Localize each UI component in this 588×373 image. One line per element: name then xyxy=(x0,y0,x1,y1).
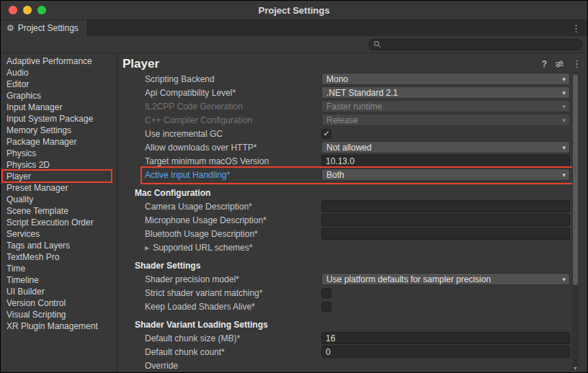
input-default-chunk-count[interactable] xyxy=(321,346,570,358)
dropdown-scripting-backend[interactable]: Mono▾ xyxy=(321,73,570,85)
sidebar-item-visual-scripting[interactable]: Visual Scripting xyxy=(1,309,117,320)
help-icon[interactable]: ? xyxy=(542,59,547,69)
settings-row-camera-usage-description: Camera Usage Description* xyxy=(117,199,576,213)
settings-row-microphone-usage-description: Microphone Usage Description* xyxy=(117,213,576,227)
search-field xyxy=(368,39,583,50)
settings-row-bluetooth-usage-description: Bluetooth Usage Description* xyxy=(117,227,576,241)
vertical-scrollbar[interactable]: ▼ xyxy=(572,73,579,370)
sidebar-item-input-manager[interactable]: Input Manager xyxy=(1,102,117,113)
settings-row-supported-url-schemes: ▶Supported URL schemes* xyxy=(117,241,576,254)
input-microphone-usage-description[interactable] xyxy=(321,214,570,226)
sidebar-item-script-execution-order[interactable]: Script Execution Order xyxy=(1,217,117,228)
chevron-down-icon: ▾ xyxy=(562,144,566,151)
input-target-minimum-macos-version[interactable] xyxy=(321,155,570,167)
window-title: Project Settings xyxy=(1,5,587,16)
tab-menu-kebab-icon[interactable]: ⋮ xyxy=(565,20,587,36)
sidebar-item-tags-and-layers[interactable]: Tags and Layers xyxy=(1,240,117,251)
sidebar-item-quality[interactable]: Quality xyxy=(1,194,117,205)
foldout-arrow-icon[interactable]: ▶ xyxy=(145,245,149,251)
sidebar-item-timeline[interactable]: Timeline xyxy=(1,274,117,286)
panel-menu-kebab-icon[interactable]: ⋮ xyxy=(572,58,582,69)
dropdown-value: .NET Standard 2.1 xyxy=(326,88,559,98)
search-icon xyxy=(373,40,381,48)
sidebar-item-player[interactable]: Player xyxy=(1,171,117,182)
close-window-button[interactable] xyxy=(9,6,17,14)
scrollbar-thumb[interactable] xyxy=(573,74,578,285)
row-value: .NET Standard 2.1▾ xyxy=(321,86,570,99)
settings-row-c-compiler-configuration: C++ Compiler ConfigurationRelease▾ xyxy=(117,113,576,127)
scroll-down-arrow-icon[interactable]: ▼ xyxy=(572,366,579,371)
settings-row-strict-shader-variant-matching: Strict shader variant matching* xyxy=(117,286,576,300)
row-label: Bluetooth Usage Description* xyxy=(145,229,321,239)
sidebar-item-version-control[interactable]: Version Control xyxy=(1,297,117,309)
search-toolbar xyxy=(1,36,587,53)
settings-row-active-input-handling: Active Input Handling*Both▾ xyxy=(117,168,576,181)
tab-label: Project Settings xyxy=(18,23,79,33)
row-value xyxy=(321,332,570,344)
settings-row-default-chunk-size-mb: Default chunk size (MB)* xyxy=(117,331,576,345)
sidebar-item-physics-2d[interactable]: Physics 2D xyxy=(1,159,117,171)
sidebar-item-graphics[interactable]: Graphics xyxy=(1,90,117,102)
row-value: Both▾ xyxy=(321,168,570,181)
settings-row-il2cpp-code-generation: IL2CPP Code GenerationFaster runtime▾ xyxy=(117,99,576,113)
settings-row-shader-precision-model: Shader precision model*Use platform defa… xyxy=(117,272,576,286)
panel-header: Player ? ⋮ xyxy=(117,53,587,72)
sidebar-item-input-system-package[interactable]: Input System Package xyxy=(1,113,117,125)
row-label: Microphone Usage Description* xyxy=(145,215,321,225)
sidebar-item-textmesh-pro[interactable]: TextMesh Pro xyxy=(1,251,117,263)
checkbox-keep-loaded-shaders-alive[interactable] xyxy=(321,302,331,312)
sidebar-item-preset-manager[interactable]: Preset Manager xyxy=(1,182,117,194)
panel-header-icons: ? ⋮ xyxy=(542,58,582,69)
sidebar-item-editor[interactable]: Editor xyxy=(1,78,117,90)
chevron-down-icon: ▾ xyxy=(562,76,566,83)
checkbox-use-incremental-gc[interactable]: ✓ xyxy=(321,129,331,139)
input-default-chunk-size-mb[interactable] xyxy=(321,332,570,344)
sidebar-item-xr-plugin-management[interactable]: XR Plugin Management xyxy=(1,320,117,332)
sidebar-item-memory-settings[interactable]: Memory Settings xyxy=(1,125,117,136)
dropdown-value: Mono xyxy=(326,74,559,84)
row-value xyxy=(321,200,570,212)
row-label: Camera Usage Description* xyxy=(145,202,321,212)
row-label: Use incremental GC xyxy=(145,129,321,139)
sidebar-item-physics[interactable]: Physics xyxy=(1,148,117,159)
search-input[interactable] xyxy=(384,40,578,50)
dropdown-active-input-handling[interactable]: Both▾ xyxy=(321,168,570,181)
row-label: Default chunk count* xyxy=(145,347,321,357)
settings-row-scripting-backend: Scripting BackendMono▾ xyxy=(117,72,576,86)
row-value: Use platform defaults for sampler precis… xyxy=(321,273,570,285)
sidebar-item-package-manager[interactable]: Package Manager xyxy=(1,136,117,148)
dropdown-allow-downloads-over-http[interactable]: Not allowed▾ xyxy=(321,141,570,153)
project-settings-window: Project Settings ⚙ Project Settings ⋮ Ad… xyxy=(0,0,588,373)
section-header-shader-settings: Shader Settings xyxy=(117,259,576,272)
zoom-window-button[interactable] xyxy=(37,6,46,14)
dropdown-api-compatibility-level[interactable]: .NET Standard 2.1▾ xyxy=(321,86,570,99)
chevron-down-icon: ▾ xyxy=(562,276,566,283)
input-camera-usage-description[interactable] xyxy=(321,200,570,212)
row-value xyxy=(321,302,570,312)
row-label: Default chunk size (MB)* xyxy=(145,333,321,343)
dropdown-value: Both xyxy=(326,170,559,180)
sidebar-item-scene-template[interactable]: Scene Template xyxy=(1,205,117,217)
row-label: C++ Compiler Configuration xyxy=(145,115,321,125)
row-label: Active Input Handling* xyxy=(145,170,321,180)
chevron-down-icon: ▾ xyxy=(562,89,566,96)
settings-row-keep-loaded-shaders-alive: Keep Loaded Shaders Alive* xyxy=(117,300,576,313)
sidebar-item-time[interactable]: Time xyxy=(1,263,117,274)
row-value xyxy=(321,288,570,298)
sidebar-item-adaptive-performance[interactable]: Adaptive Performance xyxy=(1,55,117,67)
page-title: Player xyxy=(122,57,159,71)
input-bluetooth-usage-description[interactable] xyxy=(321,228,570,240)
window-body: Adaptive PerformanceAudioEditorGraphicsI… xyxy=(1,53,587,372)
checkbox-strict-shader-variant-matching[interactable] xyxy=(321,288,331,298)
preset-icon[interactable] xyxy=(555,60,564,68)
tab-project-settings[interactable]: ⚙ Project Settings xyxy=(1,20,88,36)
row-value xyxy=(321,155,570,167)
sidebar-item-audio[interactable]: Audio xyxy=(1,67,117,78)
row-label: Override xyxy=(145,361,321,371)
row-label: Strict shader variant matching* xyxy=(145,288,321,298)
sidebar-item-services[interactable]: Services xyxy=(1,228,117,240)
dropdown-shader-precision-model[interactable]: Use platform defaults for sampler precis… xyxy=(321,273,570,285)
minimize-window-button[interactable] xyxy=(23,6,32,14)
dropdown-c-compiler-configuration: Release▾ xyxy=(321,114,570,126)
sidebar-item-ui-builder[interactable]: UI Builder xyxy=(1,286,117,297)
